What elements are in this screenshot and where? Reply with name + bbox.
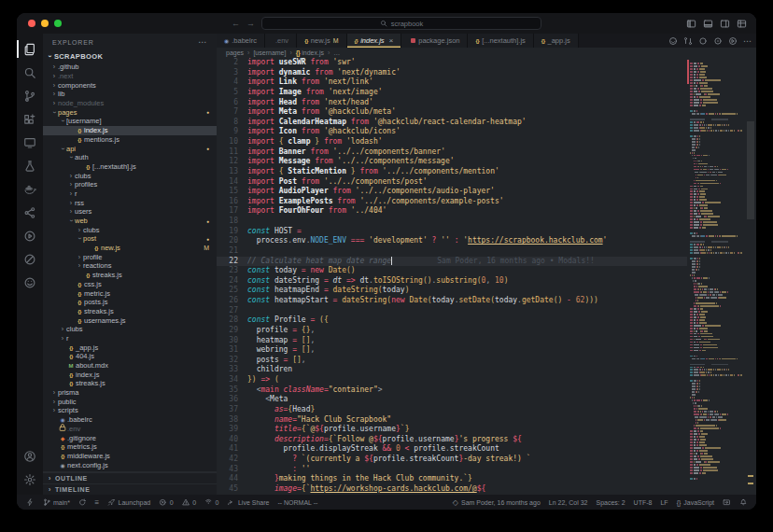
close-window-button[interactable] xyxy=(28,20,35,27)
code-line[interactable]: 21 xyxy=(217,246,687,257)
code-line[interactable]: 18 xyxy=(217,217,687,227)
tree-item--github[interactable]: ›.github xyxy=(43,63,217,72)
tab-new-js[interactable]: {}new.jsM xyxy=(297,34,346,48)
tree-item--nextauth-js[interactable]: {}[...nextauth].js xyxy=(43,162,217,172)
breadcrumb-item[interactable]: pages xyxy=(226,49,244,56)
more-actions-icon[interactable]: ⋯ xyxy=(743,36,752,46)
code-line[interactable]: 3import dynamic from 'next/dynamic' xyxy=(217,68,687,78)
activity-settings[interactable] xyxy=(17,468,43,491)
tab--nextauth-js[interactable]: {}[...nextauth].js xyxy=(468,34,533,48)
tree-item-404-js[interactable]: {}404.js xyxy=(43,352,217,361)
code-line[interactable]: 14import Post from '../../components/pos… xyxy=(217,177,687,188)
activity-source-control[interactable] xyxy=(17,84,43,107)
tree-item--next[interactable]: ›.next xyxy=(43,72,217,81)
minimize-window-button[interactable] xyxy=(41,20,49,27)
tab--env[interactable]: .env xyxy=(265,34,297,48)
activity-docker[interactable] xyxy=(17,177,43,201)
status-git-branch[interactable]: main* xyxy=(43,498,70,507)
activity-record[interactable] xyxy=(17,247,43,271)
zoom-window-button[interactable] xyxy=(54,20,62,27)
tree-item--username-[interactable]: ›[username] xyxy=(43,117,217,126)
tab-index-js[interactable]: {}index.js× xyxy=(347,34,402,48)
tree-item-profile[interactable]: ›profile xyxy=(43,252,217,261)
code-line[interactable]: 15import AudioPlayer from '../../compone… xyxy=(217,187,687,197)
activity-explorer[interactable] xyxy=(17,37,43,61)
circle-outline-icon[interactable] xyxy=(698,36,708,46)
compare-changes-icon[interactable] xyxy=(683,36,693,46)
code-line[interactable]: 30 heatmap = [], xyxy=(217,336,687,346)
tree-item-reactions[interactable]: ›reactions xyxy=(43,261,217,271)
activity-testing[interactable] xyxy=(17,154,43,177)
status-cursor-position[interactable]: Ln 22, Col 32 xyxy=(549,499,588,506)
tree-item-metrics-js[interactable]: {}metrics.js xyxy=(43,442,217,452)
tree-item-clubs[interactable]: ›clubs xyxy=(43,225,217,234)
code-line[interactable]: 8import CalendarHeatmap from '@hackclub/… xyxy=(217,118,687,128)
code-line[interactable]: 27 xyxy=(217,306,687,316)
status-language-mode[interactable]: {}JavaScript xyxy=(677,499,714,506)
code-line[interactable]: 6import Head from 'next/head' xyxy=(217,98,687,108)
toggle-panel-icon[interactable] xyxy=(703,19,713,29)
tree-item-auth[interactable]: ›auth xyxy=(43,153,217,162)
status-vim-mode[interactable]: -- NORMAL -- xyxy=(277,499,317,506)
code-editor[interactable]: 2import useSWR from 'swr'3import dynamic… xyxy=(217,58,756,495)
status-encoding[interactable]: UTF-8 xyxy=(634,499,653,506)
activity-remote-explorer[interactable] xyxy=(17,131,43,154)
tree-item-index-js[interactable]: {}index.js xyxy=(43,370,217,379)
tree-item--gitignore[interactable]: ◆.gitignore xyxy=(43,433,217,442)
status-remote-indicator[interactable] xyxy=(26,498,35,507)
tree-item-r[interactable]: ›r xyxy=(43,334,217,343)
emoji-icon[interactable] xyxy=(668,36,678,46)
code-line[interactable]: 11import Banner from '../../components/b… xyxy=(217,147,687,158)
forward-icon[interactable]: → xyxy=(246,20,255,28)
breadcrumb-item[interactable]: … xyxy=(333,49,340,56)
tree-item-scripts[interactable]: ›scripts xyxy=(43,406,217,415)
tree-item-web[interactable]: ›web● xyxy=(43,217,217,226)
tree-root[interactable]: › SCRAPBOOK xyxy=(43,50,217,63)
tree-item-metric-js[interactable]: {}metric.js xyxy=(43,288,217,298)
code-line[interactable]: 23const today = new Date() xyxy=(217,266,687,276)
tree-item-public[interactable]: ›public xyxy=(43,397,217,406)
tree-item-node-modules[interactable]: ›node_modules xyxy=(43,99,217,108)
tree-item-post[interactable]: ›post● xyxy=(43,234,217,244)
code-line[interactable]: 17import FourOhFour from '../404' xyxy=(217,206,687,217)
code-line[interactable]: 31 webring = [], xyxy=(217,345,687,356)
code-line[interactable]: 35 <main className="container"> xyxy=(217,385,687,396)
activity-account[interactable] xyxy=(17,444,43,468)
tree-item--env[interactable]: .env xyxy=(43,425,217,434)
code-line[interactable]: 9import Icon from '@hackclub/icons' xyxy=(217,127,687,137)
breadcrumb-item[interactable]: {}index.js xyxy=(296,49,324,56)
tree-item-prisma[interactable]: ›prisma xyxy=(43,388,217,398)
code-line[interactable]: 22// Calculate heat map date range Sam P… xyxy=(217,257,687,267)
tab--app-js[interactable]: {}_app.js xyxy=(534,34,579,48)
activity-live-share[interactable] xyxy=(17,224,43,247)
toggle-sidebar-icon[interactable] xyxy=(686,19,696,29)
status-blame[interactable]: ◇Sam Poder, 16 months ago xyxy=(453,498,541,507)
activity-graph[interactable] xyxy=(17,201,43,224)
code-line[interactable]: 36 <Meta xyxy=(217,395,687,405)
code-line[interactable]: 40 description={`Follow @${profile.usern… xyxy=(217,435,687,445)
code-line[interactable]: 10import { clamp } from 'lodash' xyxy=(217,137,687,147)
status-layers[interactable]: ≡ xyxy=(94,498,99,507)
tab-package-json[interactable]: package.json xyxy=(401,34,468,48)
tree-item-pages[interactable]: ›pages● xyxy=(43,107,217,117)
status-notifications[interactable] xyxy=(739,498,748,507)
code-line[interactable]: 44 }making things in the Hack Club commu… xyxy=(217,474,687,484)
tree-item-clubs[interactable]: ›clubs xyxy=(43,171,217,180)
status-indentation[interactable]: Spaces: 2 xyxy=(596,499,625,506)
breadcrumb-item[interactable]: [username] xyxy=(253,49,286,56)
activity-feedback[interactable] xyxy=(17,271,43,294)
tree-item-streaks-js[interactable]: {}streaks.js xyxy=(43,307,217,316)
code-line[interactable]: 45 image={`https://workshop-cards.hackcl… xyxy=(217,484,687,495)
code-line[interactable]: 20 process.env.NODE_ENV === 'development… xyxy=(217,236,687,246)
code-line[interactable]: 26const heatmapStart = dateString(new Da… xyxy=(217,296,687,306)
code-line[interactable]: 37 as={Head} xyxy=(217,405,687,415)
tree-item-components[interactable]: ›components xyxy=(43,80,217,90)
code-line[interactable]: 43 : '' xyxy=(217,465,687,475)
breadcrumb[interactable]: pages›[username]›{}index.js›… xyxy=(217,48,756,58)
status-warnings[interactable]: 0 xyxy=(182,498,196,507)
status-live-share[interactable]: Live Share xyxy=(227,498,269,507)
tree-item-about-mdx[interactable]: Mabout.mdx xyxy=(43,361,217,371)
tree-item-mentions-js[interactable]: {}mentions.js xyxy=(43,135,217,145)
tree-item-r[interactable]: ›r xyxy=(43,189,217,199)
code-line[interactable]: 38 name="Hack Club Scrapbook" xyxy=(217,415,687,426)
